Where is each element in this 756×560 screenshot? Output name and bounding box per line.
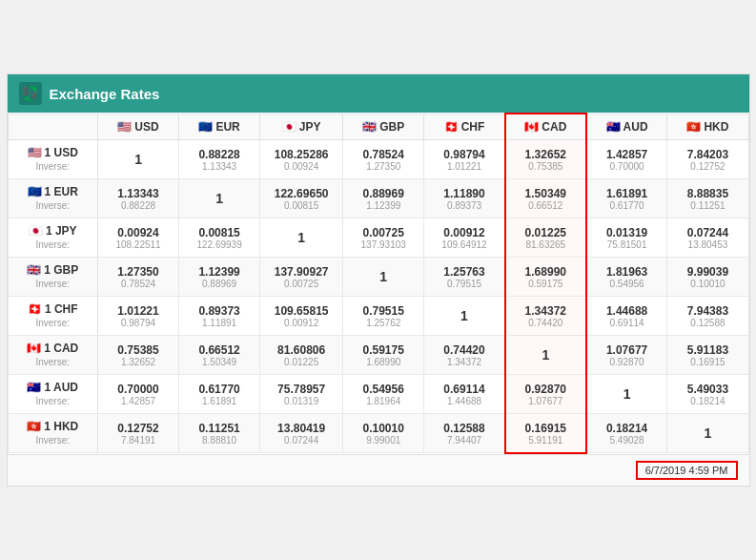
cell-0-0: 1 [98, 140, 179, 179]
cell-0-5: 1.326520.75385 [505, 140, 586, 179]
cell-7-2: 13.804190.07244 [260, 414, 343, 453]
cell-7-0: 0.127527.84191 [98, 414, 179, 453]
cell-3-7: 9.990390.10010 [667, 258, 748, 297]
row-label-1: 🇪🇺1 EURInverse: [8, 179, 98, 218]
widget-icon: 💱 [19, 82, 42, 105]
col-header-eur: 🇪🇺EUR [179, 114, 260, 140]
cell-3-4: 1.257630.79515 [424, 258, 505, 297]
cell-6-5: 0.928701.07677 [505, 375, 586, 414]
cell-5-2: 81.608060.01225 [260, 336, 343, 375]
cell-2-4: 0.00912109.64912 [424, 218, 505, 258]
cell-4-5: 1.343720.74420 [505, 297, 586, 336]
widget-footer: 6/7/2019 4:59 PM [8, 454, 749, 486]
cell-0-2: 108.252860.00924 [260, 140, 343, 179]
cell-4-7: 7.943830.12588 [667, 297, 748, 336]
cell-4-3: 0.795151.25762 [343, 297, 424, 336]
cell-3-0: 1.273500.78524 [98, 258, 179, 297]
exchange-rates-table: 🇺🇸USD🇪🇺EUR🇯🇵JPY🇬🇧GBP🇨🇭CHF🇨🇦CAD🇦🇺AUD🇭🇰HKD… [8, 113, 749, 454]
cell-0-1: 0.882281.13343 [179, 140, 260, 179]
widget-header: 💱 Exchange Rates [8, 74, 749, 113]
cell-1-3: 0.889691.12399 [343, 179, 424, 218]
table-row: 🇪🇺1 EURInverse:1.133430.882281122.696500… [8, 179, 748, 218]
cell-6-3: 0.549561.81964 [343, 375, 424, 414]
cell-4-1: 0.893731.11891 [179, 297, 260, 336]
cell-7-1: 0.112518.88810 [179, 414, 260, 453]
cell-2-5: 0.0122581.63265 [505, 218, 586, 258]
col-header-aud: 🇦🇺AUD [586, 114, 667, 140]
cell-0-6: 1.428570.70000 [586, 140, 667, 179]
cell-5-4: 0.744201.34372 [424, 336, 505, 375]
row-label-4: 🇨🇭1 CHFInverse: [8, 297, 98, 336]
cell-1-4: 1.118900.89373 [424, 179, 505, 218]
cell-5-0: 0.753851.32652 [98, 336, 179, 375]
cell-6-2: 75.789570.01319 [260, 375, 343, 414]
table-row: 🇬🇧1 GBPInverse:1.273500.785241.123990.88… [8, 258, 748, 297]
cell-1-1: 1 [179, 179, 260, 218]
cell-7-3: 0.100109.99001 [343, 414, 424, 453]
cell-1-5: 1.503490.66512 [505, 179, 586, 218]
cell-3-1: 1.123990.88969 [179, 258, 260, 297]
cell-1-6: 1.618910.61770 [586, 179, 667, 218]
widget-title: Exchange Rates [50, 86, 160, 102]
row-label-0: 🇺🇸1 USDInverse: [8, 140, 98, 179]
table-row: 🇯🇵1 JPYInverse:0.00924108.225110.0081512… [8, 218, 748, 258]
cell-7-6: 0.182145.49028 [586, 414, 667, 453]
col-header-cad: 🇨🇦CAD [505, 114, 586, 140]
timestamp: 6/7/2019 4:59 PM [636, 461, 738, 480]
cell-7-7: 1 [667, 414, 748, 453]
cell-3-6: 1.819630.54956 [586, 258, 667, 297]
cell-1-0: 1.133430.88228 [98, 179, 179, 218]
cell-4-6: 1.446880.69114 [586, 297, 667, 336]
row-label-2: 🇯🇵1 JPYInverse: [8, 218, 98, 258]
cell-2-7: 0.0724413.80453 [667, 218, 748, 258]
cell-3-2: 137.909270.00725 [260, 258, 343, 297]
cell-2-6: 0.0131975.81501 [586, 218, 667, 258]
cell-5-6: 1.076770.92870 [586, 336, 667, 375]
cell-5-3: 0.591751.68990 [343, 336, 424, 375]
cell-3-5: 1.689900.59175 [505, 258, 586, 297]
cell-3-3: 1 [343, 258, 424, 297]
col-header-chf: 🇨🇭CHF [424, 114, 505, 140]
cell-6-0: 0.700001.42857 [98, 375, 179, 414]
cell-1-2: 122.696500.00815 [260, 179, 343, 218]
exchange-rates-widget: 💱 Exchange Rates 🇺🇸USD🇪🇺EUR🇯🇵JPY🇬🇧GBP🇨🇭C… [7, 73, 750, 487]
cell-5-5: 1 [505, 336, 586, 375]
row-label-7: 🇭🇰1 HKDInverse: [8, 414, 98, 453]
col-header-usd: 🇺🇸USD [98, 114, 179, 140]
cell-2-0: 0.00924108.22511 [98, 218, 179, 258]
cell-1-7: 8.888350.11251 [667, 179, 748, 218]
cell-7-5: 0.169155.91191 [505, 414, 586, 453]
cell-4-4: 1 [424, 297, 505, 336]
cell-0-7: 7.842030.12752 [667, 140, 748, 179]
cell-2-3: 0.00725137.93103 [343, 218, 424, 258]
cell-5-1: 0.665121.50349 [179, 336, 260, 375]
cell-5-7: 5.911830.16915 [667, 336, 748, 375]
table-row: 🇨🇦1 CADInverse:0.753851.326520.665121.50… [8, 336, 748, 375]
row-label-6: 🇦🇺1 AUDInverse: [8, 375, 98, 414]
table-row: 🇨🇭1 CHFInverse:1.012210.987940.893731.11… [8, 297, 748, 336]
header-empty [8, 114, 98, 140]
row-label-5: 🇨🇦1 CADInverse: [8, 336, 98, 375]
cell-7-4: 0.125887.94407 [424, 414, 505, 453]
col-header-jpy: 🇯🇵JPY [260, 114, 343, 140]
table-row: 🇭🇰1 HKDInverse:0.127527.841910.112518.88… [8, 414, 748, 453]
cell-4-2: 109.658150.00912 [260, 297, 343, 336]
cell-4-0: 1.012210.98794 [98, 297, 179, 336]
cell-6-6: 1 [586, 375, 667, 414]
col-header-gbp: 🇬🇧GBP [343, 114, 424, 140]
row-label-3: 🇬🇧1 GBPInverse: [8, 258, 98, 297]
cell-2-2: 1 [260, 218, 343, 258]
cell-0-3: 0.785241.27350 [343, 140, 424, 179]
cell-2-1: 0.00815122.69939 [179, 218, 260, 258]
cell-6-7: 5.490330.18214 [667, 375, 748, 414]
cell-0-4: 0.987941.01221 [424, 140, 505, 179]
table-row: 🇦🇺1 AUDInverse:0.700001.428570.617701.61… [8, 375, 748, 414]
cell-6-1: 0.617701.61891 [179, 375, 260, 414]
col-header-hkd: 🇭🇰HKD [667, 114, 748, 140]
table-row: 🇺🇸1 USDInverse:10.882281.13343108.252860… [8, 140, 748, 179]
cell-6-4: 0.691141.44688 [424, 375, 505, 414]
